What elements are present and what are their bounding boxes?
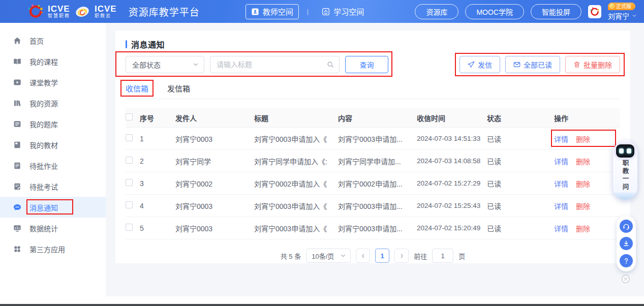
cell-time: 2024-07-02 15:25:43 [417,202,487,209]
row-checkbox[interactable] [126,157,133,164]
cell-operations: 详情删除 [554,178,620,189]
detail-link[interactable]: 详情 [554,223,568,233]
row-checkbox[interactable] [126,179,133,186]
title-accent-bar [126,40,127,48]
delete-link[interactable]: 删除 [576,178,590,189]
cell-content: 刘宵宁0003申请加... [338,223,417,233]
nav-teacher-space[interactable]: 教师空间 [246,4,299,19]
cell-sender: 刘宵宁0003 [175,201,254,211]
cell-sender: 刘宵宁0002 [175,178,254,189]
pill-smart-casting[interactable]: 智能投屏 [531,4,581,19]
floating-toolbar [617,216,636,271]
mailbox-tabs: 收信箱发信箱 [126,83,620,99]
learning-space-icon [322,8,330,16]
status-select-value: 全部状态 [132,59,161,70]
sidebar-item-data-statistics[interactable]: 数据统计 [0,218,106,238]
message-action-buttons: 发信全部已读批量删除 [459,56,620,73]
cell-no: 3 [140,179,175,188]
close-float-icon[interactable] [621,274,630,284]
detail-link[interactable]: 详情 [554,134,568,144]
statistics-icon [13,224,21,232]
batch-delete-button[interactable]: 批量删除 [565,56,620,73]
header-right: 资源库MOOC学院智能投屏 正式版 刘宵宁 [415,3,637,21]
cell-no: 4 [140,202,175,210]
detail-link[interactable]: 详情 [554,178,568,189]
cell-time: 2024-07-02 15:27:29 [417,179,487,187]
column-header-6: 操作 [554,113,620,123]
sidebar-item-my-textbooks[interactable]: 我的教材 [0,134,106,155]
footer-bar [0,304,644,306]
cell-status: 已读 [487,156,554,166]
tab-inbox[interactable]: 收信箱 [126,83,148,99]
download-icon[interactable] [620,237,633,250]
user-menu[interactable]: 正式版 刘宵宁 [608,3,637,21]
pill-mooc-college[interactable]: MOOC学院 [465,4,524,19]
sidebar-item-label: 待批作业 [29,161,58,171]
row-checkbox[interactable] [126,134,133,141]
next-page-button[interactable] [394,249,409,263]
status-select[interactable]: 全部状态 [126,56,204,73]
headset-icon[interactable] [620,220,633,233]
send-message-button[interactable]: 发信 [459,56,500,73]
username-row: 刘宵宁 [608,11,637,21]
classroom-icon [13,78,21,86]
detail-link[interactable]: 详情 [554,156,568,166]
title-search-box [210,56,340,73]
message-icon [13,203,21,211]
resources-icon [13,99,21,107]
sidebar: 首页我的课程课堂教学我的资源我的题库我的教材待批作业待批考试消息通知数据统计第三… [0,23,106,304]
row-checkbox-cell [126,224,140,232]
row-checkbox[interactable] [126,201,133,208]
sidebar-item-label: 我的教材 [29,140,58,150]
sidebar-item-label: 我的题库 [29,119,58,129]
version-badge-label: 正式版 [616,3,631,10]
sidebar-item-message-notice[interactable]: 消息通知 [0,197,106,218]
sidebar-item-third-party-apps[interactable]: 第三方应用 [0,238,106,259]
select-all-checkbox[interactable] [126,113,133,120]
sidebar-item-my-question-bank[interactable]: 我的题库 [0,113,106,134]
nav-learning-space[interactable]: 学习空间 [317,4,369,19]
sidebar-item-my-resources[interactable]: 我的资源 [0,93,106,113]
send-icon [468,61,475,68]
brand-primary: ICVE 智慧职教 [48,5,70,19]
tab-outbox[interactable]: 发信箱 [167,83,190,99]
filter-group: 全部状态 查询 [126,56,388,73]
question-icon[interactable] [620,254,633,267]
query-button[interactable]: 查询 [345,56,388,73]
goto-label: 前往 [414,251,427,261]
cell-operations: 详情删除 [554,134,620,144]
sidebar-item-pending-exams[interactable]: 待批考试 [0,176,106,197]
page-title: 消息通知 [131,38,165,50]
delete-link[interactable]: 删除 [576,134,590,144]
sidebar-item-classroom-teaching[interactable]: 课堂教学 [0,72,106,93]
brand-primary-name: ICVE [48,5,70,13]
cell-status: 已读 [487,178,554,189]
cell-sender: 刘宵宁0003 [175,134,254,144]
page-button-1[interactable]: 1 [375,249,389,263]
mark-all-read-button[interactable]: 全部已读 [505,56,560,73]
pill-resource-library[interactable]: 资源库 [415,4,458,19]
goto-page-input[interactable] [432,249,453,263]
medal-icon [609,4,615,9]
sidebar-item-label: 第三方应用 [29,244,65,254]
icve-app-icon[interactable] [588,5,601,18]
cell-operations: 详情删除 [554,156,620,166]
assistant-widget[interactable]: 职教一问 [613,141,637,200]
trash-icon [573,61,580,68]
delete-link[interactable]: 删除 [576,156,590,166]
page-size-select[interactable]: 10条/页 [306,249,351,263]
brand-secondary-name: ICVE [95,5,117,13]
row-checkbox[interactable] [126,224,133,231]
cell-time: 2024-07-02 15:20:49 [417,224,487,232]
detail-link[interactable]: 详情 [554,201,568,211]
sidebar-item-home[interactable]: 首页 [0,30,106,51]
delete-link[interactable]: 删除 [576,223,590,233]
sidebar-item-my-courses[interactable]: 我的课程 [0,51,106,72]
card-title-row: 消息通知 [126,39,620,50]
prev-page-button[interactable] [356,249,370,263]
robot-icon [616,144,634,158]
delete-link[interactable]: 删除 [576,201,590,211]
title-search-input[interactable] [217,60,327,69]
cell-status: 已读 [487,134,554,144]
sidebar-item-pending-homework[interactable]: 待批作业 [0,155,106,176]
